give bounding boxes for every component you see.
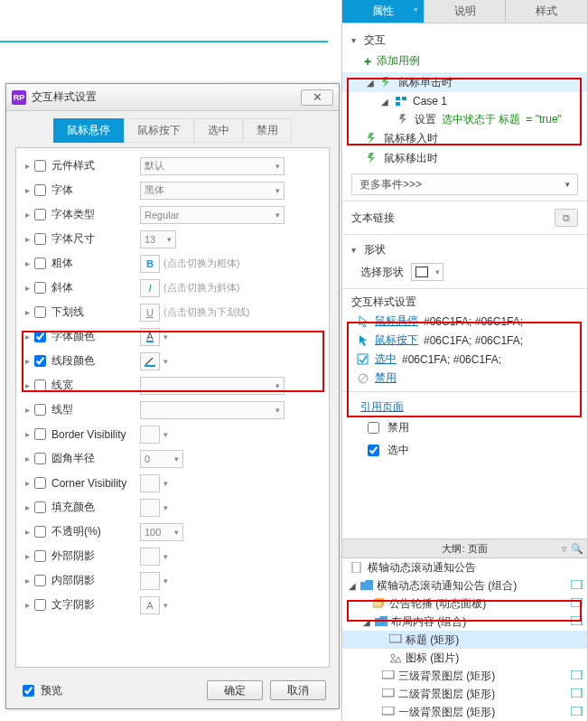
cb-font[interactable] [34,184,46,196]
event-click[interactable]: ◢鼠标单击时 [342,72,587,92]
btn-text-shadow[interactable]: A [140,596,160,614]
svg-rect-1 [396,97,400,100]
outline-doc[interactable]: 横轴动态滚动通知公告 [342,558,587,576]
outline-group1[interactable]: ◢横轴动态滚动通知公告 (组合) [342,576,587,595]
ix-disable[interactable]: 禁用 [342,369,587,388]
rect-icon [389,634,402,645]
action-line[interactable]: 设置 选中状态于 标题 = "true" [342,110,587,128]
cb-selected[interactable] [368,445,379,456]
btn-font-color[interactable]: A [140,328,160,346]
search-icon[interactable]: 🔍 [571,543,583,555]
cb-fill[interactable] [34,501,46,513]
outline-bg1[interactable]: 一级背景图层 (矩形) [342,703,587,721]
lbl-line-style: 线型 [51,402,140,417]
cb-border-vis[interactable] [34,428,46,440]
panel-tabs: 属性* 说明 样式 [342,0,587,23]
tab-hover[interactable]: 鼠标悬停 [53,118,124,143]
cb-font-size[interactable] [34,233,46,245]
outline-tree: 横轴动态滚动通知公告 ◢横轴动态滚动通知公告 (组合) 公告轮播 (动态面板) … [342,558,587,721]
btn-italic[interactable]: I [140,279,160,297]
cb-text-shadow[interactable] [34,599,46,611]
more-events-dd[interactable]: 更多事件>>>▾ [351,173,578,195]
svg-rect-7 [352,562,360,573]
dd-element-style[interactable]: 默认 [140,157,285,175]
dd-line-style[interactable] [140,401,285,419]
cb-line-color[interactable] [34,355,46,367]
lbl-font-color: 字体颜色 [51,329,140,344]
ptab-properties[interactable]: 属性* [342,0,425,23]
cb-disable[interactable] [368,422,379,434]
btn-line-color[interactable] [140,352,160,370]
dd-font-type[interactable]: Regular [140,206,285,224]
btn-corner-vis[interactable] [140,474,160,492]
cb-corner-vis[interactable] [34,477,46,489]
dialog-titlebar[interactable]: RP 交互样式设置 ✕ [6,84,339,111]
cb-italic[interactable] [34,282,46,294]
add-case-link[interactable]: +添加用例 [342,50,587,72]
dialog-footer: 预览 确定 取消 [6,672,339,708]
tab-selected[interactable]: 选中 [194,118,243,143]
btn-fill[interactable] [140,499,160,517]
btn-bold[interactable]: B [140,255,160,273]
cb-font-type[interactable] [34,209,46,220]
outline-icon-img[interactable]: 图标 (图片) [342,649,587,667]
btn-outer-shadow[interactable] [140,548,160,566]
ix-hover[interactable]: 鼠标悬停#06C1FA; #06C1FA; [342,312,587,331]
ptab-style[interactable]: 样式 [506,0,587,23]
link-button[interactable]: ⧉ [555,209,578,227]
ix-selected[interactable]: 选中#06C1FA; #06C1FA; [342,350,587,369]
ok-button[interactable]: 确定 [207,680,263,700]
app-logo: RP [12,90,26,105]
ptab-notes[interactable]: 说明 [425,0,507,23]
lbl-fill: 填充颜色 [51,500,140,515]
lbl-bold: 粗体 [51,256,140,271]
hint-underline: (点击切换为下划线) [163,305,249,319]
inp-radius[interactable]: 0 [140,450,183,468]
dd-font[interactable]: 黑体 [140,182,285,200]
cb-underline[interactable] [34,306,46,318]
outline-bg3[interactable]: 三级背景图层 (矩形) [342,667,587,685]
sec-interaction[interactable]: ▾交互 [351,33,578,48]
event-mouseout[interactable]: 鼠标移出时 [342,148,587,168]
properties-panel: 属性* 说明 样式 ▾交互 +添加用例 ◢鼠标单击时 ◢Case 1 设置 选中… [341,0,588,721]
lbl-line-color: 线段颜色 [51,353,140,369]
cb-radius[interactable] [34,453,46,464]
lbl-font-type: 字体类型 [51,207,140,222]
inp-opacity[interactable]: 100 [140,523,183,541]
cb-opacity[interactable] [34,526,46,538]
hint-italic: (点击切换为斜体) [163,281,239,295]
interaction-style-dialog: RP 交互样式设置 ✕ 鼠标悬停 鼠标按下 选中 禁用 ▸元件样式默认 ▸字体黑… [5,83,340,709]
cb-font-color[interactable] [34,331,46,342]
filter-icon[interactable]: ▿ [562,543,567,555]
event-mousein[interactable]: 鼠标移入时 [342,128,587,148]
cancel-button[interactable]: 取消 [270,680,326,700]
outline-bg2[interactable]: 二级背景图层 (矩形) [342,685,587,703]
outline-layout-group[interactable]: ◢布局内容 (组合) [342,613,587,631]
sec-shape[interactable]: ▾形状 [351,242,578,258]
tab-press[interactable]: 鼠标按下 [124,118,194,143]
case-1[interactable]: ◢Case 1 [342,92,587,110]
preview-checkbox[interactable]: 预览 [19,682,62,699]
cb-bold[interactable] [34,258,46,269]
btn-border-vis[interactable] [140,426,160,444]
dd-line-width[interactable] [140,377,285,395]
shape-selector[interactable] [411,263,443,281]
cb-line-width[interactable] [34,379,46,391]
image-icon [389,652,402,663]
tab-disabled[interactable]: 禁用 [243,118,292,143]
lbl-font: 字体 [51,183,140,198]
outline-title-shape[interactable]: 标题 (矩形) [342,631,587,649]
svg-rect-12 [571,616,582,625]
dd-font-size[interactable]: 13 [140,230,176,248]
close-icon[interactable]: ✕ [301,89,333,106]
cb-inner-shadow[interactable] [34,575,46,586]
ref-page-link[interactable]: 引用页面 [360,400,404,413]
btn-inner-shadow[interactable] [140,572,160,590]
ix-press[interactable]: 鼠标按下#06C1FA; #06C1FA; [342,331,587,350]
btn-underline[interactable]: U [140,304,160,322]
cb-outer-shadow[interactable] [34,550,46,562]
dialog-tabs: 鼠标悬停 鼠标按下 选中 禁用 [6,111,339,150]
cb-element-style[interactable] [34,160,46,172]
outline-dynpanel[interactable]: 公告轮播 (动态面板) [342,595,587,613]
cb-line-style[interactable] [34,404,46,416]
